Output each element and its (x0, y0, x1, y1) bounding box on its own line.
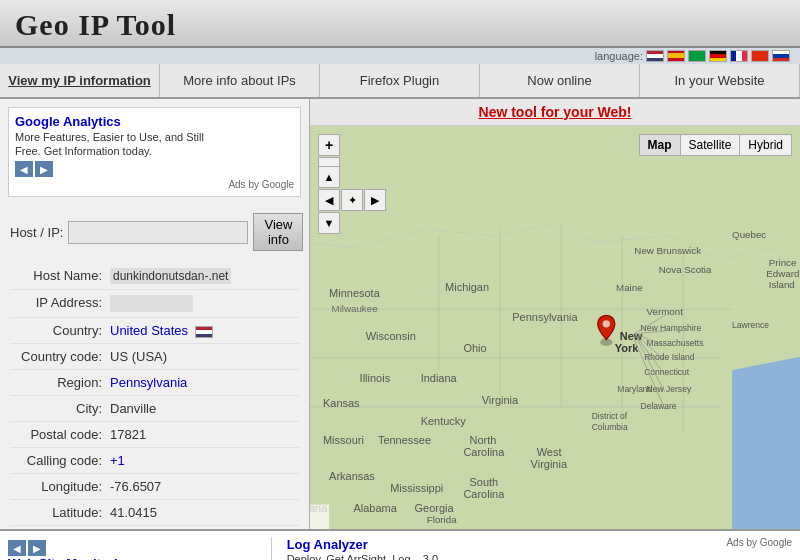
header: Geo IP Tool (0, 0, 800, 48)
map-type-hybrid[interactable]: Hybrid (740, 135, 791, 155)
svg-text:Prince: Prince (769, 257, 797, 268)
site-title: Geo IP Tool (15, 8, 785, 42)
flag-es[interactable] (667, 50, 685, 62)
nav-firefox-plugin[interactable]: Firefox Plugin (320, 64, 480, 97)
svg-text:New Brunswick: New Brunswick (634, 245, 701, 256)
region-label: Region: (10, 375, 110, 390)
bottom-ad-right-title[interactable]: Log Analyzer (287, 537, 368, 552)
ad-prev-btn[interactable]: ◀ (15, 161, 33, 177)
bottom-ad-next[interactable]: ▶ (28, 540, 46, 556)
bottom-ads: ◀ ▶ Web Site Monitoring 24/7 Web Site Mo… (0, 529, 800, 560)
map-type-map[interactable]: Map (640, 135, 681, 155)
info-table: Host Name: dunkindonutsdan-.net IP Addre… (0, 259, 309, 529)
info-row-postal: Postal code: 17821 (10, 422, 299, 448)
svg-text:Florida: Florida (427, 514, 457, 525)
flag-cn[interactable] (751, 50, 769, 62)
svg-text:South: South (470, 476, 499, 488)
flag-ru[interactable] (772, 50, 790, 62)
svg-text:Edward: Edward (766, 268, 799, 279)
nav-now-online[interactable]: Now online (480, 64, 640, 97)
hostname-value: dunkindonutsdan-.net (110, 268, 231, 284)
flag-br[interactable] (688, 50, 706, 62)
bottom-ad-right-text: Deploy. Get ArrSight. Log... 3.0 (287, 552, 535, 560)
country-label: Country: (10, 323, 110, 338)
svg-text:Michigan: Michigan (445, 281, 489, 293)
language-label: language: (595, 50, 643, 62)
svg-text:Lawrence: Lawrence (732, 320, 769, 330)
city-value: Danville (110, 401, 156, 416)
map-type-satellite[interactable]: Satellite (681, 135, 741, 155)
svg-text:Georgia: Georgia (415, 502, 455, 514)
svg-text:Virginia: Virginia (531, 458, 568, 470)
svg-text:Nova Scotia: Nova Scotia (659, 264, 712, 275)
nav-in-your-website[interactable]: In your Website (640, 64, 800, 97)
flag-fr[interactable] (730, 50, 748, 62)
svg-text:Illinois: Illinois (360, 372, 391, 384)
ad-google: Ads by Google (15, 179, 294, 190)
svg-text:Missouri: Missouri (323, 434, 364, 446)
info-row-city: City: Danville (10, 396, 299, 422)
ad-box: Google Analytics More Features, Easier t… (8, 107, 301, 197)
svg-text:Pennsylvania: Pennsylvania (512, 311, 578, 323)
svg-rect-66 (310, 505, 329, 529)
ad-next-btn[interactable]: ▶ (35, 161, 53, 177)
zoom-in-button[interactable]: + (318, 134, 340, 156)
map-nav-right[interactable]: ▶ (364, 189, 386, 211)
svg-text:Columbia: Columbia (592, 422, 628, 432)
bottom-ad-left-title[interactable]: Web Site Monitoring (8, 556, 133, 560)
region-link[interactable]: Pennsylvania (110, 375, 187, 390)
flag-de[interactable] (709, 50, 727, 62)
map-type-buttons: Map Satellite Hybrid (639, 134, 792, 156)
svg-text:District of: District of (592, 411, 628, 421)
bottom-ad-prev[interactable]: ◀ (8, 540, 26, 556)
bottom-ads-google: Ads by Google (544, 537, 792, 548)
info-row-country-code: Country code: US (USA) (10, 344, 299, 370)
svg-text:Arkansas: Arkansas (329, 470, 375, 482)
ad-link[interactable]: Google Analytics (15, 114, 121, 129)
svg-text:North: North (470, 434, 497, 446)
left-panel: Google Analytics More Features, Easier t… (0, 99, 310, 529)
country-code-value: US (USA) (110, 349, 167, 364)
svg-text:Massachusetts: Massachusetts (647, 338, 704, 348)
svg-text:Carolina: Carolina (463, 488, 505, 500)
svg-text:Quebec: Quebec (732, 229, 766, 240)
longitude-label: Longitude: (10, 479, 110, 494)
flag-us[interactable] (646, 50, 664, 62)
latitude-label: Latitude: (10, 505, 110, 520)
country-code-label: Country code: (10, 349, 110, 364)
svg-text:Virginia: Virginia (482, 394, 519, 406)
calling-link[interactable]: +1 (110, 453, 125, 468)
map-nav-up[interactable]: ▲ (318, 166, 340, 188)
info-row-longitude: Longitude: -76.6507 (10, 474, 299, 500)
country-value: United States (110, 323, 213, 338)
svg-text:Minnesota: Minnesota (329, 287, 381, 299)
main-content: Google Analytics More Features, Easier t… (0, 99, 800, 529)
calling-label: Calling code: (10, 453, 110, 468)
svg-text:Alabama: Alabama (354, 502, 398, 514)
svg-text:Kentucky: Kentucky (421, 415, 467, 427)
info-row-calling: Calling code: +1 (10, 448, 299, 474)
ad-text1: More Features, Easier to Use, and Still (15, 131, 294, 143)
ip-value (110, 295, 193, 312)
info-row-country: Country: United States (10, 318, 299, 344)
nav-more-info[interactable]: More info about IPs (160, 64, 320, 97)
svg-text:New Jersey: New Jersey (647, 384, 692, 394)
right-panel: New tool for your Web! Map Satellite Hyb… (310, 99, 800, 529)
bottom-ad-left: ◀ ▶ Web Site Monitoring 24/7 Web Site Mo… (8, 537, 256, 560)
host-form: Host / IP: View info (0, 205, 309, 259)
map-nav-center[interactable]: ✦ (341, 189, 363, 211)
country-link[interactable]: United States (110, 323, 188, 338)
host-ip-input[interactable] (68, 221, 248, 244)
ip-label: IP Address: (10, 295, 110, 310)
map-container[interactable]: Map Satellite Hybrid + − (310, 126, 800, 529)
view-info-button[interactable]: View info (253, 213, 303, 251)
map-nav-down[interactable]: ▼ (318, 212, 340, 234)
city-label: City: (10, 401, 110, 416)
map-nav-left[interactable]: ◀ (318, 189, 340, 211)
nav-view-my-ip[interactable]: View my IP information (0, 64, 160, 97)
postal-value: 17821 (110, 427, 146, 442)
svg-text:Maryland: Maryland (617, 384, 652, 394)
hostname-label: Host Name: (10, 268, 110, 283)
svg-text:Island: Island (769, 279, 795, 290)
svg-text:West: West (537, 446, 562, 458)
